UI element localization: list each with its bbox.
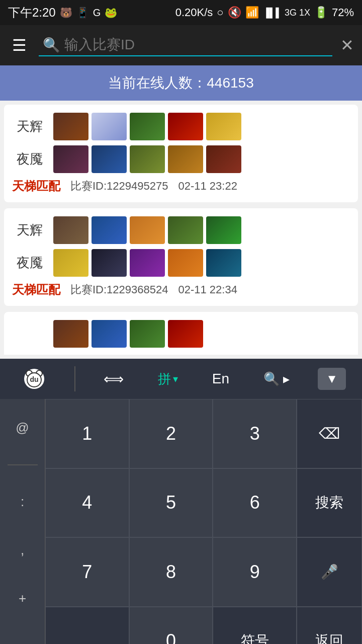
col-divider <box>8 464 38 465</box>
hero-img <box>206 113 241 140</box>
battery-icon: 🔋 <box>314 6 328 19</box>
team1-row: 天辉 <box>12 216 350 244</box>
wifi-icon: 📶 <box>245 6 259 19</box>
partial-team-row <box>12 320 350 348</box>
cursor-move-icon: ⟺ <box>104 371 124 387</box>
keyboard-search-icon: 🔍 ▸ <box>263 371 290 387</box>
hero-img <box>168 216 203 244</box>
hamburger-button[interactable]: ☰ <box>8 32 31 59</box>
keyboard-toolbar: du ⟺ 拼 ▾ En 🔍 ▸ ▼ <box>0 359 362 399</box>
colon-key[interactable]: : <box>17 490 28 514</box>
match-card[interactable]: 天辉 夜魇 天梯匹配 比赛ID:1229368524 02-11 22:34 <box>4 208 358 306</box>
key-0[interactable]: 0 <box>129 607 213 645</box>
key-4[interactable]: 4 <box>45 468 129 538</box>
status-icon-2: 📱 <box>76 7 89 19</box>
match-type: 天梯匹配 <box>12 178 60 194</box>
signal-icon: ▐▌▌ 3G 1X <box>263 8 310 18</box>
numpad-grid: 1 2 3 ⌫ 4 5 6 搜索 7 8 9 🎤 . 0 符号 返回 <box>45 399 362 644</box>
english-label: En <box>212 371 229 387</box>
hero-img <box>130 320 165 348</box>
collapse-icon: ▼ <box>326 372 338 386</box>
comma-key[interactable]: , <box>17 538 28 562</box>
search-action-key[interactable]: 搜索 <box>297 468 362 538</box>
hero-img <box>92 249 127 277</box>
hero-img <box>130 113 165 140</box>
team1-heroes <box>53 216 241 244</box>
key-6[interactable]: 6 <box>213 468 297 538</box>
toolbar-divider <box>74 366 75 391</box>
key-7[interactable]: 7 <box>45 537 129 607</box>
search-input[interactable] <box>64 37 328 53</box>
plus-key[interactable]: + <box>15 587 30 610</box>
hero-img <box>168 145 203 173</box>
match-card[interactable]: 天辉 夜魇 天梯匹配 比赛ID:1229495275 02-11 23:22 <box>4 105 358 202</box>
match-type: 天梯匹配 <box>12 282 60 298</box>
network-icon: ○ <box>217 6 223 19</box>
cursor-move-button[interactable]: ⟺ <box>98 367 130 391</box>
match-footer: 天梯匹配 比赛ID:1229368524 02-11 22:34 <box>12 282 350 298</box>
hero-img <box>168 320 203 348</box>
keyboard-search-button[interactable]: 🔍 ▸ <box>257 367 296 391</box>
pinyin-arrow: ▾ <box>173 373 178 385</box>
hero-img <box>206 216 241 244</box>
keyboard: du ⟺ 拼 ▾ En 🔍 ▸ ▼ @ : <box>0 359 362 644</box>
online-count-text: 当前在线人数：446153 <box>108 75 253 91</box>
team1-label: 天辉 <box>12 221 47 239</box>
online-banner: 当前在线人数：446153 <box>0 65 362 101</box>
search-action-label: 搜索 <box>315 493 343 512</box>
key-8[interactable]: 8 <box>129 537 213 607</box>
hero-img <box>206 249 241 277</box>
team1-row: 天辉 <box>12 113 350 140</box>
collapse-keyboard-button[interactable]: ▼ <box>318 368 346 390</box>
key-3[interactable]: 3 <box>213 399 297 468</box>
symbol-key[interactable]: 符号 <box>213 607 297 645</box>
match-time: 02-11 22:34 <box>178 283 237 296</box>
status-icon-4: 🐸 <box>105 7 117 19</box>
english-mode-button[interactable]: En <box>206 367 235 391</box>
team2-heroes <box>53 145 241 173</box>
dot-key[interactable]: . <box>45 607 129 645</box>
clear-search-button[interactable]: ✕ <box>340 36 354 55</box>
key-2[interactable]: 2 <box>129 399 213 468</box>
match-id: 比赛ID:1229368524 <box>70 282 168 297</box>
hero-img <box>53 320 88 348</box>
status-icon-1: 🐻 <box>60 7 72 19</box>
mute-icon: 🔇 <box>228 6 241 19</box>
return-key[interactable]: 返回 <box>297 607 362 645</box>
pinyin-mode-button[interactable]: 拼 ▾ <box>152 366 184 392</box>
hamburger-icon: ☰ <box>12 36 27 54</box>
minus-key[interactable]: - <box>16 635 29 644</box>
match-footer: 天梯匹配 比赛ID:1229495275 02-11 23:22 <box>12 178 350 194</box>
backspace-key[interactable]: ⌫ <box>297 399 362 468</box>
hero-img <box>130 216 165 244</box>
at-key[interactable]: @ <box>12 416 33 440</box>
nav-bar: ☰ 🔍 ✕ <box>0 25 362 65</box>
team1-label: 天辉 <box>12 118 47 135</box>
match-id: 比赛ID:1229495275 <box>70 179 168 194</box>
du-bear-icon: du <box>22 367 46 391</box>
key-1[interactable]: 1 <box>45 399 129 468</box>
svg-text:du: du <box>30 375 38 383</box>
match-card-partial <box>4 312 358 355</box>
team2-label: 夜魇 <box>12 150 47 168</box>
hero-img <box>92 320 127 348</box>
team2-row: 夜魇 <box>12 249 350 277</box>
team2-label: 夜魇 <box>12 254 47 272</box>
hero-img <box>206 145 241 173</box>
status-left: 下午2:20 🐻 📱 G 🐸 <box>8 5 117 21</box>
symbol-label: 符号 <box>241 631 269 644</box>
hero-img <box>53 249 88 277</box>
mic-key[interactable]: 🎤 <box>297 537 362 607</box>
hero-img <box>92 216 127 244</box>
search-icon: 🔍 <box>43 37 60 53</box>
status-right: 0.20K/s ○ 🔇 📶 ▐▌▌ 3G 1X 🔋 72% <box>175 6 354 19</box>
key-9[interactable]: 9 <box>213 537 297 607</box>
search-box: 🔍 <box>39 35 332 56</box>
hero-img <box>53 145 88 173</box>
hero-img <box>168 113 203 140</box>
match-list: 天辉 夜魇 天梯匹配 比赛ID:1229495275 02-11 23:22 <box>0 101 362 359</box>
partial-heroes <box>53 320 203 348</box>
hero-img <box>130 249 165 277</box>
key-5[interactable]: 5 <box>129 468 213 538</box>
hero-img <box>92 145 127 173</box>
